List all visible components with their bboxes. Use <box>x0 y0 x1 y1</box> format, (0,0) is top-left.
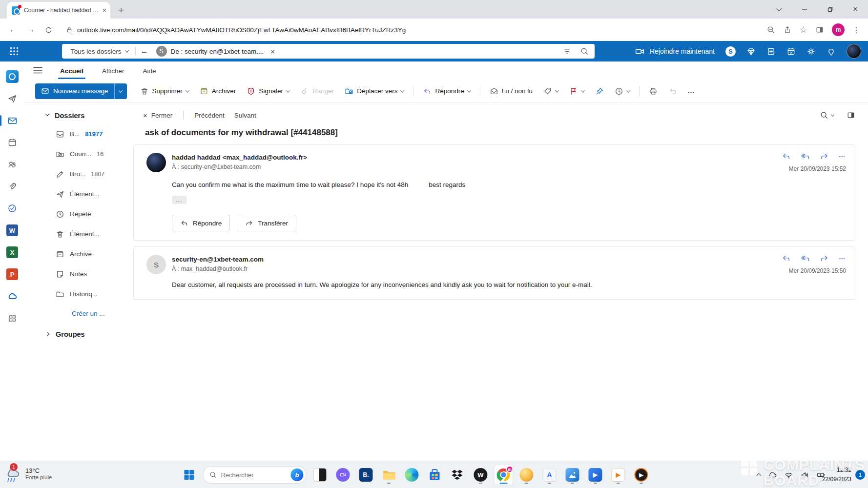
previous-button[interactable]: Précédent <box>191 110 227 121</box>
taskbar-search[interactable]: b <box>203 466 306 484</box>
forward-action-button[interactable]: Transférer <box>237 215 296 231</box>
folder-item-junk[interactable]: Courr... 16 <box>24 144 133 164</box>
onedrive-icon[interactable] <box>4 289 20 304</box>
snooze-clock-icon[interactable] <box>610 83 634 99</box>
folder-item-notes[interactable]: Notes <box>24 264 133 284</box>
reply-icon[interactable] <box>782 152 791 161</box>
notification-count-badge[interactable]: 1 <box>855 470 865 480</box>
message-card[interactable]: S security-en@1xbet-team.com À : max_had… <box>133 246 855 299</box>
folder-item-drafts[interactable]: Bro... 1807 <box>24 164 133 184</box>
movies-tv-icon[interactable]: ▶ <box>586 465 604 485</box>
next-button[interactable]: Suivant <box>231 110 259 121</box>
clear-search-icon[interactable]: × <box>270 47 275 56</box>
more-apps-icon[interactable] <box>4 311 20 325</box>
powerpoint-icon[interactable]: P <box>4 267 20 282</box>
booking-app-icon[interactable]: B. <box>356 465 375 485</box>
reply-action-button[interactable]: Répondre <box>172 215 230 231</box>
search-box[interactable]: Tous les dossiers ← S De : security-en@1… <box>62 44 595 59</box>
start-button[interactable] <box>180 465 198 485</box>
close-message-button[interactable]: ×Fermer <box>140 109 175 122</box>
tray-chevron-icon[interactable] <box>757 471 761 479</box>
bing-icon[interactable]: b <box>290 468 303 481</box>
file-explorer-icon[interactable] <box>379 465 398 485</box>
folders-header[interactable]: Dossiers <box>24 107 133 124</box>
forward-icon[interactable] <box>820 152 829 161</box>
taskbar-search-input[interactable] <box>221 471 287 479</box>
premium-icon[interactable] <box>746 47 756 56</box>
reply-icon[interactable] <box>782 254 791 263</box>
mail-icon[interactable] <box>4 113 20 128</box>
tab-close-icon[interactable]: × <box>103 6 106 14</box>
weather-widget[interactable]: 1 13°C Forte pluie <box>5 465 52 482</box>
pin-icon[interactable] <box>591 83 608 99</box>
message-more-icon[interactable]: ⋯ <box>839 153 846 160</box>
outlook-logo-icon[interactable] <box>4 69 20 84</box>
bookmark-star-icon[interactable]: ☆ <box>800 24 807 35</box>
word-icon[interactable]: W <box>4 223 20 238</box>
message-more-icon[interactable]: ⋯ <box>839 255 846 262</box>
app-launcher-icon[interactable] <box>7 44 21 59</box>
tab-aide[interactable]: Aide <box>142 64 157 78</box>
new-message-button[interactable]: Nouveau message <box>35 83 127 99</box>
reading-pane-layout-icon[interactable] <box>847 111 855 120</box>
sender-avatar[interactable]: S <box>146 255 166 274</box>
send-icon[interactable] <box>4 91 20 106</box>
sender-name[interactable]: security-en@1xbet-team.com <box>172 255 845 263</box>
close-window-button[interactable]: × <box>843 0 868 19</box>
message-card[interactable]: haddad haddad <max_haddad@outlook.fr> À … <box>133 144 855 241</box>
sender-name[interactable]: haddad haddad <max_haddad@outlook.fr> <box>172 153 845 161</box>
honey-sphere-app-icon[interactable] <box>517 465 536 485</box>
move-to-button[interactable]: Déplacer vers <box>340 83 408 99</box>
onedrive-tray-icon[interactable] <box>767 470 777 480</box>
reload-icon[interactable] <box>41 22 56 37</box>
folder-item-scheduled[interactable]: Répété <box>24 204 133 224</box>
share-icon[interactable] <box>783 25 792 34</box>
print-icon[interactable] <box>644 83 662 99</box>
photos-app-icon[interactable] <box>563 465 581 485</box>
forward-icon[interactable] <box>820 254 829 263</box>
my-day-icon[interactable] <box>786 47 796 56</box>
edge-icon[interactable] <box>402 465 421 485</box>
address-bar[interactable]: outlook.live.com/mail/0/id/AQQkADAwATYwM… <box>59 26 764 34</box>
forward-icon[interactable]: → <box>23 22 38 37</box>
read-unread-button[interactable]: Lu / non lu <box>485 83 537 99</box>
filter-icon[interactable] <box>563 47 571 56</box>
search-scope-dropdown[interactable]: Tous les dossiers <box>66 48 133 55</box>
search-query-text[interactable]: De : security-en@1xbet-team.... <box>171 48 264 55</box>
side-panel-icon[interactable] <box>815 25 824 34</box>
onenote-feed-icon[interactable] <box>766 47 776 56</box>
folder-item-archive[interactable]: Archive <box>24 244 133 264</box>
delete-button[interactable]: Supprimer <box>136 83 193 99</box>
attachments-icon[interactable] <box>4 179 20 194</box>
groups-section[interactable]: Groupes <box>24 325 133 344</box>
show-more-button[interactable]: ... <box>172 196 186 204</box>
wondershare-app-icon[interactable]: W <box>471 465 490 485</box>
folder-item-deleted[interactable]: Élément... <box>24 224 133 244</box>
minimize-button[interactable] <box>792 0 817 19</box>
microsoft-store-icon[interactable] <box>425 465 444 485</box>
tips-bulb-icon[interactable] <box>827 47 836 56</box>
browser-profile-avatar[interactable]: m <box>832 23 845 36</box>
tab-accueil[interactable]: Accueil <box>59 64 84 78</box>
wifi-icon[interactable] <box>784 470 793 480</box>
reply-button[interactable]: Répondre <box>418 83 475 99</box>
search-icon[interactable] <box>580 47 589 56</box>
new-tab-button[interactable]: + <box>114 3 128 17</box>
skype-icon[interactable]: S <box>725 46 736 57</box>
join-now-button[interactable]: Rejoindre maintenant <box>635 46 715 57</box>
new-message-dropdown-icon[interactable] <box>114 83 127 99</box>
sender-avatar[interactable] <box>146 153 166 172</box>
browser-menu-icon[interactable]: ⋮ <box>852 25 860 35</box>
media-player-orange-icon[interactable]: ▶ <box>609 465 627 485</box>
flag-icon[interactable] <box>565 83 589 99</box>
archive-button[interactable]: Archiver <box>195 83 241 99</box>
search-back-icon[interactable]: ← <box>138 47 151 56</box>
account-avatar[interactable] <box>847 44 861 59</box>
excel-icon[interactable]: X <box>4 245 20 260</box>
zoom-out-icon[interactable] <box>766 25 775 34</box>
document-app-icon[interactable]: A <box>540 465 558 485</box>
tab-afficher[interactable]: Afficher <box>101 64 125 78</box>
gallery-app-icon[interactable] <box>310 465 329 485</box>
report-button[interactable]: Signaler <box>242 83 294 99</box>
folder-item-history[interactable]: Historiq... <box>24 284 133 304</box>
